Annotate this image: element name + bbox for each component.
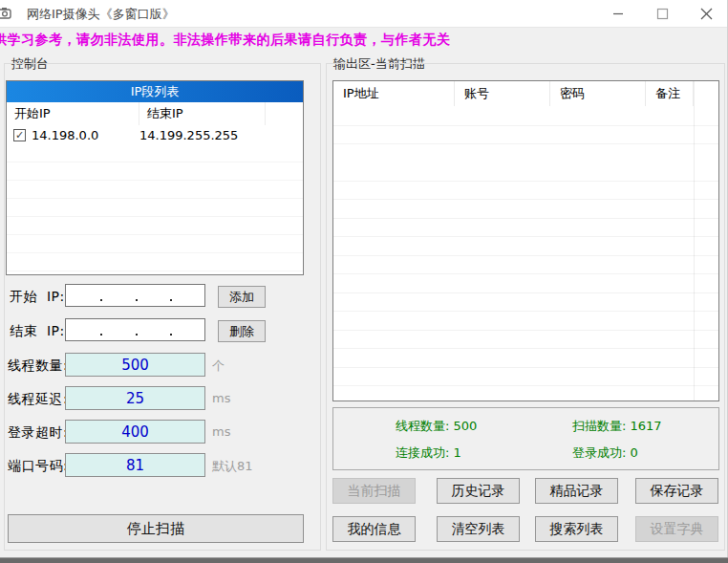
close-icon — [700, 8, 713, 20]
start-ip-label: 开始 IP: — [10, 289, 65, 306]
column-header-end-ip[interactable]: 结束IP — [139, 102, 266, 125]
column-header-spacer — [266, 102, 303, 125]
output-table-header: IP地址 账号 密码 备注 — [333, 81, 718, 106]
stat-scanned-count-value: 1617 — [631, 419, 662, 433]
login-timeout-input[interactable] — [65, 420, 205, 444]
stat-connected-count: 连接成功: 1 — [396, 444, 461, 462]
stop-scan-button[interactable]: 停止扫描 — [8, 514, 304, 543]
app-icon — [0, 5, 14, 22]
port-input[interactable] — [65, 453, 205, 477]
thread-count-label: 线程数量: — [8, 357, 68, 375]
ip-segment-row[interactable]: ✓ 14.198.0.0 14.199.255.255 — [7, 125, 303, 144]
ip-list-title: IP段列表 — [7, 81, 303, 102]
output-table-empty-rows — [333, 107, 718, 401]
ip-row-checkbox[interactable]: ✓ — [13, 129, 26, 141]
save-records-button[interactable]: 保存记录 — [635, 478, 718, 504]
thread-delay-unit: ms — [212, 391, 230, 405]
minimize-icon — [612, 8, 624, 19]
ip-segment-list[interactable]: IP段列表 开始IP 结束IP ✓ 14.198.0.0 14.199.255.… — [6, 80, 304, 275]
window-title: 网络IP摄像头《多窗口版》 — [27, 6, 175, 23]
thread-count-input[interactable] — [65, 353, 205, 377]
window-bottom-border — [0, 557, 728, 563]
column-header-account[interactable]: 账号 — [455, 81, 550, 106]
ip-row-end-ip: 14.199.255.255 — [139, 128, 238, 142]
ip-dot — [170, 299, 172, 301]
disclaimer-text: 供学习参考，请勿非法使用。非法操作带来的后果请自行负责，与作者无关 — [0, 32, 451, 49]
stat-thread-count-value: 500 — [454, 419, 478, 433]
premium-records-button[interactable]: 精品记录 — [535, 478, 618, 504]
ip-dot — [136, 334, 138, 336]
login-timeout-label: 登录超时: — [8, 424, 68, 442]
add-button[interactable]: 添加 — [218, 286, 266, 308]
set-dictionary-button: 设置字典 — [635, 516, 718, 542]
column-header-ip[interactable]: IP地址 — [333, 81, 455, 106]
ip-row-start-ip: 14.198.0.0 — [32, 128, 139, 142]
close-button[interactable] — [684, 0, 728, 27]
ip-dot — [136, 299, 138, 301]
stat-scanned-count-label: 扫描数量: — [572, 419, 626, 433]
clear-list-button[interactable]: 清空列表 — [437, 516, 520, 542]
stat-login-count-value: 0 — [631, 445, 638, 460]
stat-scanned-count: 扫描数量: 1617 — [572, 418, 662, 435]
start-ip-input[interactable] — [65, 284, 205, 307]
column-header-password[interactable]: 密码 — [550, 81, 646, 106]
minimize-button[interactable] — [596, 0, 640, 27]
ip-dot — [170, 334, 172, 336]
thread-delay-input[interactable] — [65, 386, 205, 410]
maximize-icon — [656, 8, 669, 20]
ip-list-column-headers: 开始IP 结束IP — [7, 102, 303, 125]
output-table[interactable]: IP地址 账号 密码 备注 — [332, 80, 719, 401]
stat-login-count-label: 登录成功: — [572, 445, 626, 460]
thread-count-unit: 个 — [212, 357, 225, 375]
titlebar[interactable]: 网络IP摄像头《多窗口版》 — [0, 0, 728, 28]
history-records-button[interactable]: 历史记录 — [437, 478, 520, 504]
login-timeout-unit: ms — [212, 424, 230, 439]
ip-dot — [100, 334, 102, 336]
delete-button[interactable]: 删除 — [218, 320, 266, 342]
stat-thread-count-label: 线程数量: — [396, 419, 449, 433]
thread-delay-label: 线程延迟: — [8, 391, 68, 408]
port-hint: 默认81 — [212, 458, 253, 475]
ip-list-empty-rows — [7, 144, 303, 274]
column-header-spacer — [694, 81, 718, 106]
maximize-button[interactable] — [640, 0, 684, 27]
scan-stats-panel: 线程数量: 500 扫描数量: 1617 连接成功: 1 登录成功: 0 — [332, 407, 719, 470]
output-table-last-column-divider — [694, 81, 695, 401]
search-list-button[interactable]: 搜索列表 — [535, 516, 618, 542]
column-header-start-ip[interactable]: 开始IP — [7, 102, 139, 125]
stat-thread-count: 线程数量: 500 — [396, 418, 477, 435]
port-label: 端口号码: — [8, 458, 68, 475]
current-scan-button: 当前扫描 — [332, 478, 416, 504]
column-header-note[interactable]: 备注 — [646, 81, 694, 106]
ip-dot — [100, 299, 102, 301]
stat-connected-count-value: 1 — [454, 445, 461, 460]
app-window: 网络IP摄像头《多窗口版》 供学习参考，请勿非法使用。非法操作带来的后果请自行负… — [0, 0, 728, 563]
stat-login-count: 登录成功: 0 — [572, 444, 638, 462]
end-ip-label: 结束 IP: — [10, 323, 65, 340]
stat-connected-count-label: 连接成功: — [396, 445, 449, 460]
my-info-button[interactable]: 我的信息 — [332, 516, 416, 542]
end-ip-input[interactable] — [65, 318, 205, 341]
